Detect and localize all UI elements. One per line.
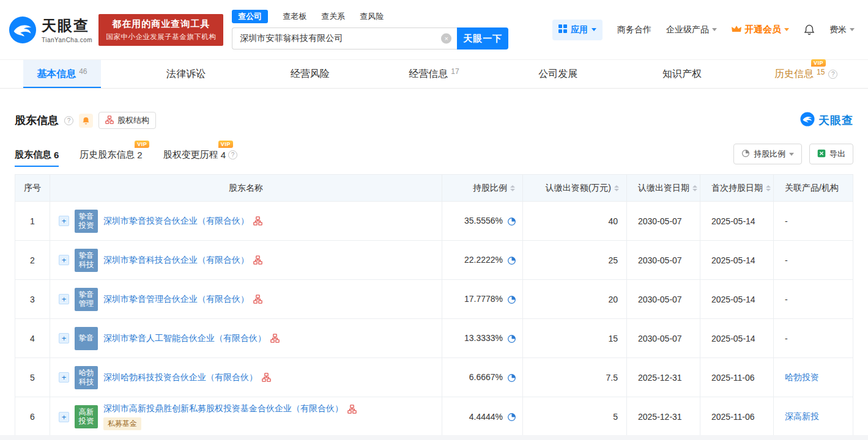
expand-button[interactable]: + xyxy=(59,412,69,422)
search-tab-relation[interactable]: 查关系 xyxy=(321,11,345,22)
tab-basic-info[interactable]: 基本信息46 xyxy=(0,60,124,88)
table-header-row: 序号 股东名称 持股比例 认缴出资额(万元) 认缴出资日期 首次持股日期 关联产… xyxy=(15,175,853,202)
shareholder-avatar[interactable]: 高新投资 xyxy=(75,405,98,428)
search-button[interactable]: 天眼一下 xyxy=(457,28,508,50)
nav-enterprise-products[interactable]: 企业级产品 xyxy=(666,24,717,35)
tab-intellectual-property[interactable]: 知识产权 xyxy=(620,60,744,88)
tianyancha-logo[interactable]: 天眼查 TianYanCha.com xyxy=(9,16,92,44)
amount-value: 7.5 xyxy=(523,358,627,397)
tianyancha-logo-icon xyxy=(800,112,815,129)
notification-bell-icon[interactable] xyxy=(804,24,815,35)
vip-badge: VIP xyxy=(135,141,149,148)
search-tab-company[interactable]: 查公司 xyxy=(232,10,268,23)
pie-chart-icon[interactable] xyxy=(507,373,516,383)
related-product-value: - xyxy=(774,202,853,241)
table-row: 6 + 高新投资 深圳市高新投鼎胜创新私募股权投资基金合伙企业（有限合伙） 私募… xyxy=(15,397,853,437)
logo-title: 天眼查 xyxy=(42,16,92,35)
subscribe-bell-button[interactable] xyxy=(79,114,93,128)
logo-subtitle: TianYanCha.com xyxy=(42,37,92,43)
expand-button[interactable]: + xyxy=(59,294,69,304)
equity-structure-icon[interactable] xyxy=(262,373,271,382)
row-index: 1 xyxy=(15,202,50,241)
tab-legal-litigation[interactable]: 法律诉讼 xyxy=(124,60,248,88)
equity-structure-button[interactable]: 股权结构 xyxy=(98,112,156,129)
shareholder-name-link[interactable]: 深圳市挚音投资合伙企业（有限合伙） xyxy=(103,216,249,227)
pay-date-value: 2030-05-07 xyxy=(627,202,700,241)
col-header-pay-date[interactable]: 认缴出资日期 xyxy=(627,175,700,202)
shareholder-name-link[interactable]: 深圳市高新投鼎胜创新私募股权投资基金合伙企业（有限合伙） xyxy=(103,403,343,414)
pie-chart-icon[interactable] xyxy=(507,256,516,265)
related-product-link[interactable]: 哈勃投资 xyxy=(785,372,819,382)
sort-icon[interactable] xyxy=(510,185,515,191)
equity-structure-icon[interactable] xyxy=(253,295,262,304)
pie-chart-icon[interactable] xyxy=(507,334,516,343)
nav-open-membership[interactable]: 开通会员 xyxy=(732,24,789,35)
chevron-down-icon xyxy=(850,28,855,31)
related-product-value: - xyxy=(774,280,853,319)
shareholder-name-link[interactable]: 深圳哈勃科技投资合伙企业（有限合伙） xyxy=(103,372,258,383)
pie-chart-icon[interactable] xyxy=(507,295,516,304)
help-icon[interactable]: ? xyxy=(228,150,237,160)
search-tab-risk[interactable]: 查风险 xyxy=(360,11,384,22)
col-header-first-date[interactable]: 首次持股日期 xyxy=(700,175,774,202)
shareholder-avatar[interactable]: 挚音 xyxy=(75,327,98,350)
tab-company-development[interactable]: 公司发展 xyxy=(496,60,620,88)
expand-button[interactable]: + xyxy=(59,372,69,383)
nav-business-cooperation[interactable]: 商务合作 xyxy=(617,24,651,35)
promo-banner-line1: 都在用的商业查询工具 xyxy=(106,18,216,30)
search-tab-boss[interactable]: 查老板 xyxy=(283,11,306,22)
shareholder-name-link[interactable]: 深圳市挚音人工智能合伙企业（有限合伙） xyxy=(103,333,266,344)
sort-icon[interactable] xyxy=(692,185,697,191)
shareholder-name-link[interactable]: 深圳市挚音科技合伙企业（有限合伙） xyxy=(103,255,249,266)
pay-date-value: 2030-05-07 xyxy=(627,280,700,319)
export-button[interactable]: 导出 xyxy=(809,144,853,164)
subtab-shareholders[interactable]: 股东信息6 xyxy=(15,149,59,167)
sort-icon[interactable] xyxy=(766,185,771,191)
ratio-filter-dropdown[interactable]: 持股比例 xyxy=(733,144,802,164)
search-input[interactable] xyxy=(232,28,457,50)
subtab-equity-change-history[interactable]: 股权变更历程 VIP4 ? xyxy=(163,149,237,167)
row-index: 4 xyxy=(15,319,50,358)
chevron-down-icon xyxy=(784,28,789,31)
pie-chart-icon[interactable] xyxy=(507,217,516,226)
table-row: 1 + 挚音投资 深圳市挚音投资合伙企业（有限合伙） 35.5556% 40 2… xyxy=(15,202,853,241)
shareholder-avatar[interactable]: 哈勃科技 xyxy=(75,366,98,389)
table-row: 5 + 哈勃科技 深圳哈勃科技投资合伙企业（有限合伙） 6.6667% 7.5 … xyxy=(15,358,853,397)
user-account-menu[interactable]: 费米 xyxy=(829,24,855,35)
help-icon[interactable]: ? xyxy=(64,116,73,125)
help-icon[interactable]: ? xyxy=(828,70,837,79)
equity-structure-icon[interactable] xyxy=(253,216,262,226)
shareholder-avatar[interactable]: 挚音投资 xyxy=(75,210,98,233)
ratio-value: 35.5556% xyxy=(464,216,503,226)
equity-structure-icon[interactable] xyxy=(270,334,280,343)
first-date-value: 2025-11-06 xyxy=(700,358,774,397)
shareholder-name-link[interactable]: 深圳市挚音管理合伙企业（有限合伙） xyxy=(103,294,249,305)
pie-chart-icon[interactable] xyxy=(507,413,516,422)
top-nav: 应用 商务合作 企业级产品 开通会员 费米 xyxy=(552,20,855,40)
tab-count: 46 xyxy=(79,67,87,76)
clear-search-icon[interactable]: × xyxy=(441,34,451,44)
expand-button[interactable]: + xyxy=(59,216,69,226)
private-fund-tag[interactable]: 私募基金 xyxy=(103,417,141,430)
tab-operating-info[interactable]: 经营信息17 xyxy=(372,60,496,88)
subtab-count: 2 xyxy=(137,150,142,160)
sort-icon[interactable] xyxy=(614,185,619,191)
export-label: 导出 xyxy=(829,148,845,160)
col-header-amount[interactable]: 认缴出资额(万元) xyxy=(523,175,627,202)
apps-menu-button[interactable]: 应用 xyxy=(552,20,603,40)
shareholder-avatar[interactable]: 挚音科技 xyxy=(75,249,98,272)
promo-banner-line2: 国家中小企业发展子基金旗下机构 xyxy=(106,32,216,42)
equity-structure-icon[interactable] xyxy=(347,405,357,414)
first-date-value: 2025-11-06 xyxy=(700,397,774,437)
subtab-history-shareholders[interactable]: 历史股东信息 VIP2 xyxy=(80,149,142,167)
expand-button[interactable]: + xyxy=(59,255,69,265)
shareholder-avatar[interactable]: 挚音管理 xyxy=(75,288,98,311)
tab-operating-risk[interactable]: 经营风险 xyxy=(248,60,372,88)
table-row: 4 + 挚音 深圳市挚音人工智能合伙企业（有限合伙） 13.3333% 15 2… xyxy=(15,319,853,358)
expand-button[interactable]: + xyxy=(59,333,69,343)
tab-history-info[interactable]: 历史信息 VIP15 ? xyxy=(744,60,868,88)
pay-date-value: 2025-12-31 xyxy=(627,358,700,397)
related-product-link[interactable]: 深高新投 xyxy=(785,411,819,421)
col-header-ratio[interactable]: 持股比例 xyxy=(442,175,523,202)
equity-structure-icon[interactable] xyxy=(253,255,262,265)
